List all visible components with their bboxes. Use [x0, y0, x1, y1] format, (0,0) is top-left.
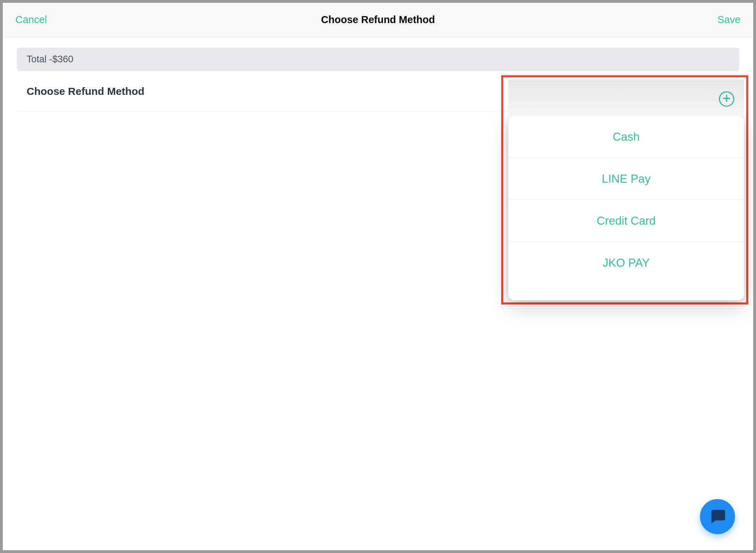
- chat-icon: [708, 507, 727, 526]
- total-bar: Total -$360: [17, 48, 739, 71]
- cancel-button[interactable]: Cancel: [15, 14, 47, 26]
- refund-option-line-pay[interactable]: LINE Pay: [508, 158, 744, 200]
- chat-support-button[interactable]: [700, 499, 735, 534]
- header-bar: Cancel Choose Refund Method Save: [3, 3, 753, 37]
- refund-option-cash[interactable]: Cash: [508, 116, 744, 158]
- plus-icon: [722, 94, 731, 104]
- page-title: Choose Refund Method: [321, 14, 435, 26]
- section-title: Choose Refund Method: [27, 85, 145, 97]
- popover-arrow-icon: [714, 116, 727, 117]
- total-text: Total -$360: [27, 54, 74, 64]
- popover-gradient: [508, 79, 744, 116]
- refund-method-popover: Cash LINE Pay Credit Card JKO PAY: [508, 116, 744, 300]
- app-frame: Cancel Choose Refund Method Save Total -…: [3, 3, 753, 550]
- refund-option-jko-pay[interactable]: JKO PAY: [508, 242, 744, 284]
- refund-option-credit-card[interactable]: Credit Card: [508, 200, 744, 242]
- add-refund-method-button[interactable]: [719, 91, 734, 107]
- highlight-box: Cash LINE Pay Credit Card JKO PAY: [501, 75, 748, 304]
- save-button[interactable]: Save: [718, 14, 741, 26]
